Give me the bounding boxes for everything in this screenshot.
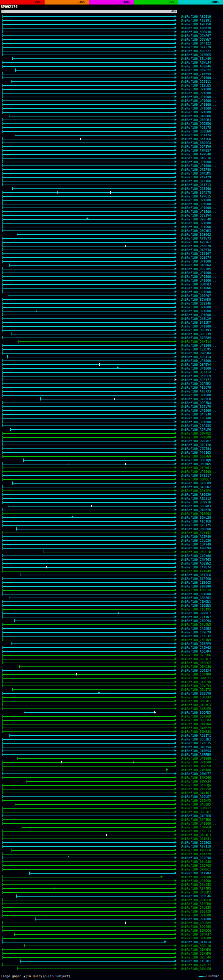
alignment-bar[interactable] (2, 678, 175, 679)
alignment-bar[interactable] (2, 380, 175, 380)
hit-accession-label[interactable]: UniRef100_Q4P3E6 (181, 814, 211, 818)
alignment-bar[interactable] (14, 620, 175, 621)
alignment-bar[interactable] (35, 919, 175, 920)
hit-accession-label[interactable]: UniRef100_B9I319 (181, 46, 211, 49)
alignment-bar[interactable] (2, 609, 175, 610)
hit-accession-label[interactable]: UniRef100_Q9VFV3 (181, 684, 211, 687)
hit-accession-label[interactable]: UniRef100_B65V79 (181, 405, 211, 409)
hit-accession-label[interactable]: UniRef100_Q45UM2 (181, 891, 211, 894)
alignment-bar[interactable] (2, 276, 175, 277)
alignment-bar[interactable] (2, 865, 175, 866)
hit-accession-label[interactable]: UniRef100_A2Y152 (181, 531, 211, 535)
alignment-bar[interactable] (2, 441, 175, 442)
alignment-bar[interactable] (12, 188, 175, 189)
hit-accession-label[interactable]: UniRef100_A2QUE7 (181, 795, 211, 799)
alignment-bar[interactable] (2, 816, 175, 816)
alignment-bar[interactable] (2, 227, 175, 228)
hit-accession-label[interactable]: UniRef100_UP1000... (181, 393, 217, 397)
hit-accession-label[interactable]: UniRef100_Q8GYH3 (181, 229, 211, 232)
alignment-bar[interactable] (2, 693, 175, 694)
hit-accession-label[interactable]: UniRef100_Q4N4S2 (181, 883, 211, 886)
alignment-bar[interactable] (2, 628, 175, 629)
hit-accession-label[interactable]: UniRef100_Q4U9W5 (181, 623, 211, 627)
hit-accession-label[interactable]: UniRef100_UP1000... (181, 210, 217, 213)
alignment-bar[interactable] (11, 643, 175, 644)
hit-accession-label[interactable]: UniRef100_UP1000... (181, 918, 217, 921)
alignment-bar[interactable] (11, 81, 175, 82)
hit-accession-label[interactable]: UniRef100_Q4SLX9 (181, 317, 211, 321)
hit-accession-label[interactable]: UniRef100_A9RMY0 (181, 26, 211, 30)
hit-accession-label[interactable]: UniRef100_B4JEQ6 (181, 784, 211, 787)
alignment-bar[interactable] (2, 647, 175, 648)
alignment-bar[interactable] (2, 907, 175, 908)
alignment-bar[interactable] (2, 85, 175, 86)
hit-accession-label[interactable]: UniRef100_A1CTE8 (181, 520, 211, 523)
alignment-bar[interactable] (2, 525, 175, 526)
alignment-bar[interactable] (2, 670, 175, 671)
hit-accession-label[interactable]: UniRef100_UP1000... (181, 221, 217, 225)
hit-accession-label[interactable]: UniRef100_Q5BCR3 (181, 118, 211, 122)
alignment-bar[interactable] (2, 636, 175, 636)
hit-accession-label[interactable]: UniRef100_B5X3G6 (181, 137, 211, 141)
alignment-bar[interactable] (2, 345, 175, 346)
hit-accession-label[interactable]: UniRef100_B2L5U6 (181, 654, 211, 657)
hit-accession-label[interactable]: UniRef100_B4Q754 (181, 745, 211, 749)
alignment-bar[interactable] (2, 885, 175, 885)
hit-accession-label[interactable]: UniRef100_A9NUJ4 (181, 61, 211, 64)
alignment-bar[interactable] (2, 66, 175, 67)
hit-accession-label[interactable]: UniRef100_A6SSW2 (181, 562, 211, 565)
hit-accession-label[interactable]: UniRef100_Q9YHL0 (181, 898, 211, 902)
alignment-bar[interactable] (2, 78, 175, 78)
hit-accession-label[interactable]: UniRef100_A8Y119 (181, 845, 211, 848)
alignment-bar[interactable] (2, 838, 175, 839)
hit-accession-label[interactable]: UniRef100_UP1000... (181, 290, 217, 294)
alignment-bar[interactable] (2, 701, 175, 702)
alignment-bar[interactable] (2, 418, 175, 418)
hit-accession-label[interactable]: UniRef100_P35679 (181, 386, 211, 389)
alignment-bar[interactable] (2, 449, 175, 449)
alignment-bar[interactable] (2, 437, 175, 438)
alignment-bar[interactable] (2, 773, 175, 774)
hit-accession-label[interactable]: UniRef100_A6QXR4 (181, 650, 211, 653)
hit-accession-label[interactable]: UniRef100_UP1000... (181, 111, 217, 114)
hit-accession-label[interactable]: UniRef100_UP1000... (181, 313, 217, 317)
alignment-bar[interactable] (2, 326, 175, 327)
alignment-bar[interactable] (2, 20, 175, 21)
hit-accession-label[interactable]: UniRef100_UP1000... (181, 279, 217, 282)
alignment-bar[interactable] (2, 819, 175, 820)
hit-accession-label[interactable]: UniRef100_C4Y074 (181, 566, 211, 569)
alignment-bar[interactable] (2, 475, 175, 476)
alignment-bar[interactable] (2, 445, 175, 445)
hit-accession-label[interactable]: UniRef100_A3FPH6 (181, 902, 211, 905)
alignment-bar[interactable] (2, 724, 175, 724)
alignment-bar[interactable] (2, 579, 175, 579)
alignment-bar[interactable] (11, 334, 175, 334)
hit-accession-label[interactable]: UniRef100_P40626 (181, 508, 211, 512)
alignment-bar[interactable] (2, 269, 175, 269)
hit-accession-label[interactable]: UniRef100_UP1000... (181, 206, 217, 210)
hit-accession-label[interactable]: UniRef100_Q5BEG2 (181, 661, 211, 665)
alignment-bar[interactable] (16, 896, 175, 897)
hit-accession-label[interactable]: UniRef100_B7FR89 (181, 336, 211, 340)
alignment-bar[interactable] (2, 196, 175, 197)
hit-accession-label[interactable]: UniRef100_Q81K31 (181, 837, 211, 841)
alignment-bar[interactable] (2, 674, 175, 675)
alignment-bar[interactable] (2, 383, 175, 384)
alignment-bar[interactable] (2, 904, 175, 904)
alignment-bar[interactable] (2, 238, 175, 239)
hit-accession-label[interactable]: UniRef100_C5P4K0 (181, 673, 211, 676)
alignment-bar[interactable] (2, 39, 175, 40)
hit-accession-label[interactable]: UniRef100_Q32P56 (181, 856, 211, 860)
alignment-bar[interactable] (2, 181, 175, 181)
hit-accession-label[interactable]: UniRef100_B9Y2P9 (181, 489, 211, 493)
hit-accession-label[interactable]: UniRef100_A4RRB9 (181, 753, 211, 756)
alignment-bar[interactable] (2, 502, 175, 503)
hit-accession-label[interactable]: UniRef100_C1BGC5 (181, 581, 211, 584)
hit-accession-label[interactable]: UniRef100_UP1000... (181, 879, 217, 883)
hit-accession-label[interactable]: UniRef100_C5DC94 (181, 619, 211, 623)
alignment-bar[interactable] (2, 601, 175, 602)
hit-accession-label[interactable]: UniRef100_Q1HQJ0 (181, 665, 211, 668)
alignment-bar[interactable] (2, 337, 175, 338)
alignment-bar[interactable] (2, 720, 175, 721)
hit-accession-label[interactable]: UniRef100_A5E1Y1 (181, 734, 211, 737)
